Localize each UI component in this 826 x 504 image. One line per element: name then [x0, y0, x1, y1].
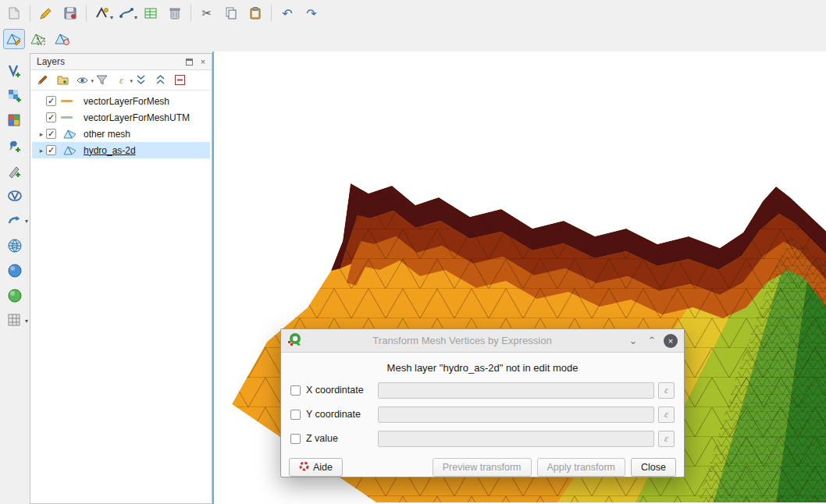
add-group-icon[interactable] [56, 73, 69, 87]
add-mesh-layer-icon[interactable] [5, 111, 25, 130]
dialog-title-bar[interactable]: Transform Mesh Vertices by Expression ⌄ … [281, 329, 684, 353]
dock-widget-chevron-down-icon[interactable]: ⌄ [626, 334, 640, 348]
add-gps-layer-icon[interactable] [5, 161, 25, 180]
save-layer-edits-icon[interactable] [59, 3, 81, 23]
x-coordinate-checkbox[interactable] [290, 385, 301, 396]
stream-digitizing-icon[interactable]: ▾ [116, 3, 137, 23]
copy-features-icon[interactable] [220, 3, 242, 23]
cut-features-icon[interactable]: ✂ [196, 3, 218, 23]
redo-icon[interactable]: ↷ [301, 3, 322, 23]
layer-row-vectorlayerformeshutm[interactable]: ✓ vectorLayerForMeshUTM [32, 109, 210, 126]
z-expression-input[interactable] [378, 431, 654, 447]
x-coordinate-label: X coordintate [306, 385, 378, 396]
help-button[interactable]: Aide [289, 458, 343, 477]
expander-icon[interactable]: ▸ [37, 147, 46, 154]
add-tile-layer-icon[interactable]: ▾ [5, 311, 25, 330]
manage-map-themes-icon[interactable]: ▾ [76, 73, 89, 87]
expression-filter-icon[interactable]: ε ▾ [115, 73, 128, 87]
add-wfs-layer-icon[interactable] [5, 286, 25, 305]
undock-panel-icon[interactable] [183, 56, 194, 67]
undo-icon[interactable]: ↶ [276, 3, 298, 23]
close-button[interactable]: Close [631, 458, 676, 477]
add-feature-icon[interactable] [140, 3, 162, 23]
dock-widget-chevron-up-icon[interactable]: ⌃ [645, 334, 659, 348]
dropdown-arrow-icon: ▾ [91, 78, 94, 84]
toolbar-separator [190, 5, 191, 22]
dropdown-arrow-icon: ▾ [25, 318, 28, 325]
line-symbol [61, 116, 78, 119]
layer-tree: ✓ vectorLayerForMesh ✓ vectorLayerForMes… [30, 91, 212, 158]
expander-icon[interactable]: ▸ [37, 130, 46, 138]
x-expression-builder-button[interactable]: ε [658, 382, 675, 399]
layers-panel-toolbar: ▾ ε ▾ [30, 70, 212, 91]
layer-checkbox[interactable]: ✓ [46, 112, 56, 122]
edit-mesh-icon[interactable] [3, 29, 25, 49]
add-raster-layer-icon[interactable] [5, 86, 25, 105]
add-wcs-layer-icon[interactable] [5, 261, 25, 280]
layer-checkbox[interactable]: ✓ [46, 96, 56, 106]
layer-row-hydro-as-2d[interactable]: ▸ ✓ hydro_as-2d [32, 142, 210, 158]
z-value-checkbox[interactable] [290, 434, 301, 444]
transform-mesh-vertices-dialog: Transform Mesh Vertices by Expression ⌄ … [280, 328, 685, 477]
map-canvas[interactable]: Transform Mesh Vertices by Expression ⌄ … [212, 51, 826, 504]
layers-panel: Layers × ▾ ε ▾ [30, 53, 212, 504]
apply-transform-button[interactable]: Apply transform [537, 458, 626, 477]
mesh-layer-icon [61, 129, 78, 139]
redo-arrow-icon: ↷ [306, 6, 316, 21]
filter-legend-icon[interactable] [95, 73, 109, 87]
layers-panel-title: Layers [37, 56, 180, 67]
y-coordinate-row: Y coordinate ε [290, 406, 675, 423]
layer-checkbox[interactable]: ✓ [46, 129, 56, 139]
toolbar-separator [30, 5, 30, 22]
collapse-all-icon[interactable] [154, 73, 167, 87]
digitizing-toolbar: ▾ ▾ ✂ ↶ ↷ [0, 0, 826, 27]
dialog-close-icon[interactable]: × [664, 334, 678, 348]
manage-layers-toolbar: ▾ ▾ [0, 51, 30, 504]
mesh-layer-icon [61, 145, 78, 155]
toolbar-separator [271, 5, 272, 22]
current-edits-icon[interactable] [3, 3, 25, 23]
y-expression-builder-button[interactable]: ε [658, 406, 675, 423]
help-icon [299, 461, 309, 474]
dialog-button-row: Aide Preview transform Apply transform C… [289, 458, 676, 477]
y-coordinate-checkbox[interactable] [290, 410, 301, 420]
y-coordinate-label: Y coordinate [306, 409, 378, 420]
layer-row-other-mesh[interactable]: ▸ ✓ other mesh [32, 126, 210, 142]
qgis-logo-icon [287, 332, 303, 350]
z-value-label: Z value [306, 433, 378, 444]
toolbar-separator [86, 5, 87, 22]
dropdown-arrow-icon: ▾ [134, 15, 137, 21]
transform-mesh-vertices-icon[interactable] [52, 29, 73, 49]
x-coordinate-row: X coordintate ε [290, 382, 675, 399]
y-expression-input[interactable] [378, 406, 654, 423]
line-symbol [61, 100, 78, 102]
x-expression-input[interactable] [378, 382, 654, 399]
open-layer-styling-icon[interactable] [37, 73, 50, 87]
expand-all-icon[interactable] [134, 73, 148, 87]
dropdown-arrow-icon: ▾ [130, 78, 133, 84]
undo-arrow-icon: ↶ [282, 6, 292, 21]
preview-transform-button[interactable]: Preview transform [433, 458, 532, 477]
add-virtual-layer-icon[interactable]: ▾ [5, 211, 25, 230]
dropdown-arrow-icon: ▾ [25, 218, 28, 225]
remove-layer-icon[interactable] [173, 73, 187, 87]
dropdown-arrow-icon: ▾ [110, 15, 113, 21]
digitize-with-curve-icon[interactable]: ▾ [91, 3, 113, 23]
z-expression-builder-button[interactable]: ε [658, 431, 675, 447]
layer-row-vectorlayerformesh[interactable]: ✓ vectorLayerForMesh [32, 93, 210, 109]
paste-features-icon[interactable] [244, 3, 266, 23]
close-panel-icon[interactable]: × [198, 56, 208, 67]
add-spatialite-layer-icon[interactable] [5, 186, 25, 205]
epsilon-icon: ε [119, 74, 123, 87]
qgis-window: ▾ ▾ ✂ ↶ ↷ [0, 0, 826, 504]
layer-checkbox[interactable]: ✓ [46, 145, 56, 155]
select-mesh-elements-icon[interactable] [27, 29, 49, 49]
add-vector-layer-icon[interactable] [5, 61, 25, 80]
mesh-digitizing-toolbar [0, 27, 826, 51]
toggle-editing-icon[interactable] [35, 3, 57, 23]
dialog-title: Transform Mesh Vertices by Expression [303, 335, 621, 346]
add-delimited-text-layer-icon[interactable] [5, 136, 25, 155]
delete-selected-icon[interactable] [164, 3, 186, 23]
layers-panel-header[interactable]: Layers × [30, 54, 212, 70]
add-wms-layer-icon[interactable] [5, 236, 25, 255]
